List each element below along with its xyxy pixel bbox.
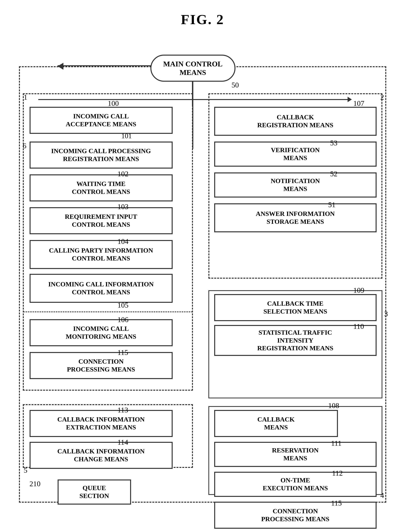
label-101: 101: [122, 132, 132, 140]
callback-registration-box: CALLBACK REGISTRATION MEANS: [214, 107, 377, 136]
connection-processing-right-box: CONNECTION PROCESSING MEANS: [214, 502, 377, 529]
separator-1: [23, 311, 193, 312]
connection-processing-left-box: CONNECTION PROCESSING MEANS: [30, 352, 173, 379]
label-3: 3: [384, 309, 388, 318]
label-210: 210: [30, 479, 40, 488]
queue-section-box: QUEUE SECTION: [58, 479, 131, 505]
conn-h3: [215, 99, 350, 100]
page-title: FIG. 2: [181, 12, 224, 28]
label-111: 111: [331, 439, 342, 447]
label-108: 108: [328, 401, 339, 410]
label-4: 4: [380, 491, 384, 499]
incoming-call-processing-box: INCOMING CALL PROCESSING REGISTRATION ME…: [30, 142, 173, 169]
callback-info-change-box: CALLBACK INFORMATION CHANGE MEANS: [30, 442, 173, 469]
incoming-call-information-box: INCOMING CALL INFORMATION CONTROL MEANS: [30, 274, 173, 303]
label-105: 105: [118, 301, 128, 309]
answer-information-box: ANSWER INFORMATION STORAGE MEANS: [214, 203, 377, 232]
label-115-left: 115: [118, 348, 128, 357]
incoming-call-monitoring-box: INCOMING CALL MONITORING MEANS: [30, 319, 173, 346]
label-106: 106: [118, 315, 128, 324]
incoming-call-acceptance-box: INCOMING CALL ACCEPTANCE MEANS: [30, 107, 173, 134]
requirement-input-box: REQUIREMENT INPUT CONTROL MEANS: [30, 207, 173, 234]
label-1: 1: [24, 93, 27, 101]
conn-v1: [192, 81, 193, 149]
conn-h2: [192, 99, 215, 100]
reservation-box: RESERVATION MEANS: [214, 442, 377, 467]
label-2: 2: [380, 93, 384, 101]
waiting-time-box: WAITING TIME CONTROL MEANS: [30, 174, 173, 201]
label-103: 103: [118, 202, 128, 211]
notification-box: NOTIFICATION MEANS: [214, 172, 377, 197]
label-52: 52: [330, 170, 338, 178]
label-6: 6: [23, 142, 27, 150]
label-114: 114: [118, 438, 128, 447]
label-110: 110: [353, 322, 364, 331]
label-102: 102: [118, 170, 128, 178]
label-50: 50: [232, 81, 239, 89]
label-53: 53: [330, 139, 338, 147]
calling-party-box: CALLING PARTY INFORMATION CONTROL MEANS: [30, 240, 173, 269]
statistical-traffic-box: STATISTICAL TRAFFIC INTENSITY REGISTRATI…: [214, 325, 377, 356]
callback-time-selection-box: CALLBACK TIME SELECTION MEANS: [214, 294, 377, 321]
label-112: 112: [332, 469, 343, 477]
main-control-means: MAIN CONTROL MEANS: [150, 55, 236, 82]
callback-means-box: CALLBACK MEANS: [214, 410, 338, 437]
label-109: 109: [353, 286, 364, 295]
on-time-execution-box: ON-TIME EXECUTION MEANS: [214, 472, 377, 497]
conn-arrow-r1: [348, 97, 352, 102]
label-104: 104: [118, 237, 128, 246]
conn-h1: [38, 99, 193, 100]
label-5: 5: [24, 466, 27, 474]
label-107: 107: [353, 99, 364, 108]
label-113: 113: [118, 406, 128, 414]
label-51: 51: [328, 200, 336, 209]
label-115-right: 115: [331, 499, 342, 507]
callback-info-extraction-box: CALLBACK INFORMATION EXTRACTION MEANS: [30, 410, 173, 437]
label-100: 100: [108, 99, 119, 108]
verification-box: VERIFICATION MEANS: [214, 142, 377, 167]
